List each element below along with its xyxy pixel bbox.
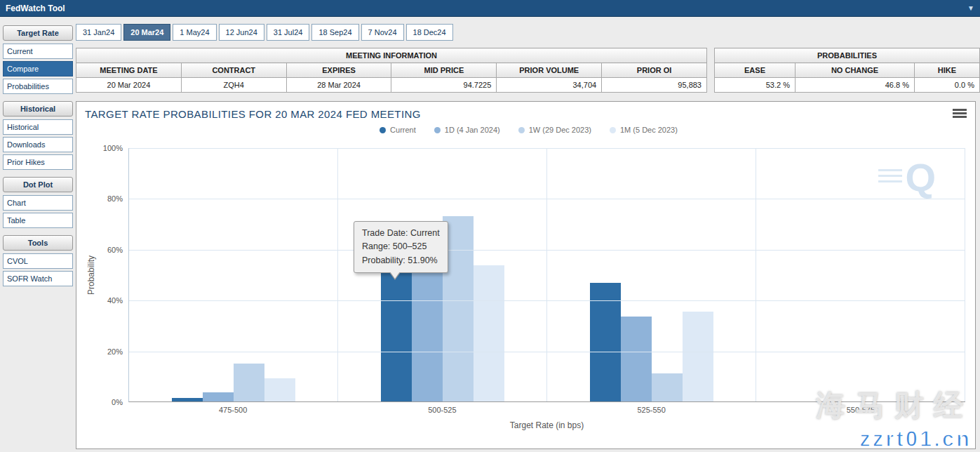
y-tick-label: 60% xyxy=(107,246,123,254)
bar-1m-525-550[interactable] xyxy=(683,312,713,402)
site-watermark-url: zzrt01.cn xyxy=(859,427,972,452)
bar-group-475-500 xyxy=(129,148,338,401)
bar-group-525-550 xyxy=(547,148,756,401)
header-dropdown-icon[interactable]: ▼ xyxy=(967,4,974,12)
gridline xyxy=(129,250,965,251)
chart-menu-icon[interactable] xyxy=(953,106,967,119)
legend-label: 1W (29 Dec 2023) xyxy=(529,126,591,134)
sidebar-header-dot-plot[interactable]: Dot Plot xyxy=(3,177,73,192)
probabilities-caption: PROBABILITIES xyxy=(715,48,980,63)
col-expires: EXPIRES xyxy=(286,63,391,78)
bar-1w-475-500[interactable] xyxy=(234,364,264,401)
col-prior-oi: PRIOR OI xyxy=(602,63,707,78)
col-meeting-date: MEETING DATE xyxy=(76,63,182,78)
meeting-date-value: 20 Mar 2024 xyxy=(76,78,182,93)
legend-label: Current xyxy=(390,126,416,134)
legend-label: 1M (5 Dec 2023) xyxy=(620,126,678,134)
col-mid-price: MID PRICE xyxy=(391,63,497,78)
sidebar-group-target-rate: Target Rate Current Compare Probabilitie… xyxy=(3,25,73,94)
chart-body: Probability 0%20%40%60%80%100% Q Trade D… xyxy=(85,148,972,402)
legend-dot-1d xyxy=(434,127,441,133)
sidebar-item-table[interactable]: Table xyxy=(3,213,73,228)
y-tick-label: 80% xyxy=(107,194,123,203)
col-hike: HIKE xyxy=(915,63,980,78)
legend-item-1w[interactable]: 1W (29 Dec 2023) xyxy=(518,126,591,134)
x-axis-label: 475-500 xyxy=(128,402,337,414)
x-axis-label: 500-525 xyxy=(337,402,546,414)
site-watermark-name: 海马财经 xyxy=(816,386,973,425)
bar-1m-500-525[interactable] xyxy=(474,265,504,401)
tab-12-jun24[interactable]: 12 Jun24 xyxy=(219,24,264,41)
bar-current-475-500[interactable] xyxy=(172,398,203,401)
bar-1d-475-500[interactable] xyxy=(203,392,234,401)
plot-area: Q Trade Date: Current Range: 500–525 Pro… xyxy=(128,148,965,402)
chart-legend: Current 1D (4 Jan 2024) 1W (29 Dec 2023)… xyxy=(85,126,972,134)
fedwatch-app: FedWatch Tool ▼ Target Rate Current Comp… xyxy=(0,0,980,452)
no-change-value: 46.8 % xyxy=(796,78,915,93)
app-header: FedWatch Tool ▼ xyxy=(0,0,980,17)
meeting-info-table: MEETING INFORMATION MEETING DATE CONTRAC… xyxy=(76,48,707,93)
bar-1m-475-500[interactable] xyxy=(264,378,295,401)
probabilities-table: PROBABILITIES EASE NO CHANGE HIKE 53.2 %… xyxy=(714,48,980,93)
bar-current-500-525[interactable] xyxy=(381,270,412,401)
legend-item-current[interactable]: Current xyxy=(380,126,416,134)
quikstrike-logo-watermark: Q xyxy=(878,158,936,197)
contract-value: ZQH4 xyxy=(181,78,286,93)
bar-groups xyxy=(129,148,965,401)
logo-letter: Q xyxy=(905,158,936,197)
legend-item-1d[interactable]: 1D (4 Jan 2024) xyxy=(434,126,500,134)
legend-dot-1w xyxy=(518,127,525,133)
tab-20-mar24[interactable]: 20 Mar24 xyxy=(123,24,170,41)
sidebar-header-target-rate[interactable]: Target Rate xyxy=(3,25,73,41)
tab-7-nov24[interactable]: 7 Nov24 xyxy=(361,24,404,41)
chart-header: TARGET RATE PROBABILITIES FOR 20 MAR 202… xyxy=(85,106,972,124)
gridline xyxy=(129,352,965,352)
gridline xyxy=(129,148,965,149)
tooltip-range: Range: 500–525 xyxy=(362,240,440,253)
sidebar-group-historical: Historical Historical Downloads Prior Hi… xyxy=(3,101,73,170)
bar-1w-525-550[interactable] xyxy=(652,373,683,401)
sidebar-item-downloads[interactable]: Downloads xyxy=(3,137,73,152)
gridline xyxy=(129,199,965,199)
info-tables: MEETING INFORMATION MEETING DATE CONTRAC… xyxy=(76,48,980,93)
hike-value: 0.0 % xyxy=(915,78,980,93)
sidebar-item-cvol[interactable]: CVOL xyxy=(3,253,73,269)
meeting-info-row: 20 Mar 2024 ZQH4 28 Mar 2024 94.7225 34,… xyxy=(76,78,707,93)
x-axis-label: 525-550 xyxy=(547,402,756,414)
sidebar-group-dot-plot: Dot Plot Chart Table xyxy=(3,177,73,228)
col-prior-volume: PRIOR VOLUME xyxy=(497,63,602,78)
sidebar: Target Rate Current Compare Probabilitie… xyxy=(3,25,73,293)
sidebar-item-prior-hikes[interactable]: Prior Hikes xyxy=(3,154,73,170)
tab-18-sep24[interactable]: 18 Sep24 xyxy=(311,24,358,41)
bar-1d-525-550[interactable] xyxy=(621,317,652,401)
col-no-change: NO CHANGE xyxy=(796,63,915,78)
sidebar-header-tools[interactable]: Tools xyxy=(3,235,73,251)
sidebar-header-historical[interactable]: Historical xyxy=(3,101,73,117)
ease-value: 53.2 % xyxy=(715,78,796,93)
probabilities-row: 53.2 % 46.8 % 0.0 % xyxy=(715,78,980,93)
expires-value: 28 Mar 2024 xyxy=(286,78,391,93)
app-title: FedWatch Tool xyxy=(6,4,65,13)
sidebar-item-historical[interactable]: Historical xyxy=(3,119,73,135)
y-axis-title: Probability xyxy=(85,148,98,402)
meeting-date-tabs: 31 Jan24 20 Mar24 1 May24 12 Jun24 31 Ju… xyxy=(76,24,980,41)
logo-stripes xyxy=(878,169,902,186)
tab-31-jan24[interactable]: 31 Jan24 xyxy=(76,24,121,41)
tab-31-jul24[interactable]: 31 Jul24 xyxy=(267,24,310,41)
tab-1-may24[interactable]: 1 May24 xyxy=(173,24,216,41)
tooltip-trade-date: Trade Date: Current xyxy=(362,227,440,240)
sidebar-item-sofr-watch[interactable]: SOFR Watch xyxy=(3,271,73,286)
mid-price-value: 94.7225 xyxy=(391,78,497,93)
meeting-info-caption: MEETING INFORMATION xyxy=(76,48,707,63)
sidebar-item-chart[interactable]: Chart xyxy=(3,195,73,211)
sidebar-item-compare[interactable]: Compare xyxy=(3,61,73,77)
tab-18-dec24[interactable]: 18 Dec24 xyxy=(406,24,453,41)
legend-item-1m[interactable]: 1M (5 Dec 2023) xyxy=(610,126,678,134)
sidebar-item-current[interactable]: Current xyxy=(3,44,73,59)
chart-title: TARGET RATE PROBABILITIES FOR 20 MAR 202… xyxy=(85,106,421,120)
prior-oi-value: 95,883 xyxy=(602,78,707,93)
sidebar-group-tools: Tools CVOL SOFR Watch xyxy=(3,235,73,286)
chart-tooltip: Trade Date: Current Range: 500–525 Proba… xyxy=(354,221,448,273)
tooltip-probability: Probability: 51.90% xyxy=(362,254,440,267)
sidebar-item-probabilities[interactable]: Probabilities xyxy=(3,79,73,94)
